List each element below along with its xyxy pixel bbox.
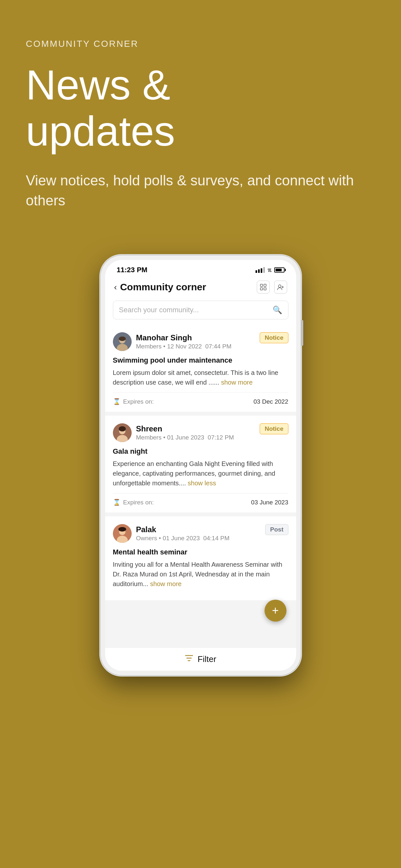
status-time: 11:23 PM [117, 266, 147, 274]
avatar-image [113, 332, 132, 351]
author-meta: Members • 12 Nov 2022 07:44 PM [136, 343, 232, 350]
svg-point-17 [119, 527, 126, 531]
hero-title-line1: News & [26, 61, 170, 108]
hero-section: COMMUNITY CORNER News & updates View not… [0, 0, 401, 255]
battery-icon [274, 268, 285, 273]
back-button[interactable]: ‹ [114, 282, 117, 292]
notice-badge: Notice [260, 332, 288, 343]
post-author: Shreen Members • 01 June 2023 07:12 PM [113, 423, 234, 442]
status-icons: ℼ [256, 267, 285, 274]
expires-row: ⌛ Expires on: 03 June 2023 [113, 493, 289, 506]
notice-badge: Notice [260, 423, 288, 434]
fab-button[interactable]: + [265, 600, 287, 622]
search-bar[interactable]: Search your community... 🔍 [113, 301, 289, 319]
svg-point-9 [119, 337, 126, 341]
svg-rect-0 [260, 284, 263, 286]
signal-icon [256, 267, 265, 273]
post-title: Swimming pool under maintenance [113, 356, 289, 365]
post-author: Palak Owners • 01 June 2023 04:14 PM [113, 524, 230, 543]
show-more-link[interactable]: show more [150, 580, 181, 587]
author-name: Palak [136, 525, 230, 534]
avatar [113, 423, 132, 442]
avatar [113, 332, 132, 351]
show-less-link[interactable]: show less [188, 479, 216, 487]
expires-date: 03 June 2023 [251, 499, 288, 506]
gallery-icon[interactable] [257, 281, 270, 293]
expires-date: 03 Dec 2022 [254, 398, 289, 405]
author-info: Manohar Singh Members • 12 Nov 2022 07:4… [136, 333, 232, 350]
post-title: Mental health seminar [113, 548, 289, 556]
show-more-link[interactable]: show more [221, 379, 253, 386]
post-card: Palak Owners • 01 June 2023 04:14 PM Pos… [105, 516, 296, 600]
post-body: Inviting you all for a Mental Health Awa… [113, 560, 289, 589]
wifi-icon: ℼ [267, 267, 272, 274]
svg-point-13 [119, 426, 126, 431]
author-meta: Owners • 01 June 2023 04:14 PM [136, 535, 230, 542]
filter-label[interactable]: Filter [198, 654, 216, 664]
phone-screen: 11:23 PM ℼ ‹ Community corner [105, 260, 296, 671]
expires-left: ⌛ Expires on: [113, 398, 154, 405]
author-name: Manohar Singh [136, 333, 232, 342]
svg-rect-2 [260, 288, 263, 290]
svg-point-4 [278, 285, 281, 287]
side-button [301, 320, 303, 346]
content-area: Manohar Singh Members • 12 Nov 2022 07:4… [105, 324, 296, 647]
post-header: Manohar Singh Members • 12 Nov 2022 07:4… [113, 332, 289, 351]
post-header: Palak Owners • 01 June 2023 04:14 PM Pos… [113, 524, 289, 543]
expires-label: Expires on: [123, 499, 154, 506]
nav-right [257, 281, 287, 293]
phone-container: 11:23 PM ℼ ‹ Community corner [0, 255, 401, 701]
post-card: Shreen Members • 01 June 2023 07:12 PM N… [105, 415, 296, 513]
hero-subtitle: View notices, hold polls & surveys, and … [26, 170, 375, 210]
post-card: Manohar Singh Members • 12 Nov 2022 07:4… [105, 324, 296, 412]
avatar [113, 524, 132, 543]
hero-title: News & updates [26, 62, 375, 154]
author-name: Shreen [136, 424, 234, 433]
bottom-bar: Filter [105, 647, 296, 671]
filter-icon [185, 654, 193, 664]
avatar-image [113, 423, 132, 442]
post-body: Lorem ipsum dolor sit amet, consectetur.… [113, 368, 289, 387]
nav-bar: ‹ Community corner [105, 277, 296, 298]
author-info: Palak Owners • 01 June 2023 04:14 PM [136, 525, 230, 542]
search-icon: 🔍 [273, 306, 282, 314]
svg-rect-1 [264, 284, 266, 286]
author-meta: Members • 01 June 2023 07:12 PM [136, 434, 234, 441]
post-body: Experience an enchanting Gala Night Even… [113, 459, 289, 488]
user-add-icon[interactable] [274, 281, 287, 293]
hourglass-icon: ⌛ [113, 398, 121, 405]
fab-plus-icon: + [272, 605, 279, 616]
expires-left: ⌛ Expires on: [113, 499, 154, 506]
phone-frame: 11:23 PM ℼ ‹ Community corner [101, 255, 301, 675]
status-bar: 11:23 PM ℼ [105, 260, 296, 277]
post-author: Manohar Singh Members • 12 Nov 2022 07:4… [113, 332, 232, 351]
post-title: Gala night [113, 447, 289, 456]
expires-row: ⌛ Expires on: 03 Dec 2022 [113, 392, 289, 405]
expires-label: Expires on: [123, 398, 154, 405]
post-badge: Post [265, 524, 288, 535]
hero-title-line2: updates [26, 107, 175, 155]
avatar-image [113, 524, 132, 543]
hourglass-icon: ⌛ [113, 499, 121, 506]
nav-title: Community corner [120, 282, 206, 292]
author-info: Shreen Members • 01 June 2023 07:12 PM [136, 424, 234, 441]
section-label: COMMUNITY CORNER [26, 39, 375, 49]
search-placeholder: Search your community... [119, 306, 269, 314]
svg-rect-3 [264, 288, 266, 290]
post-header: Shreen Members • 01 June 2023 07:12 PM N… [113, 423, 289, 442]
nav-left: ‹ Community corner [114, 282, 206, 292]
